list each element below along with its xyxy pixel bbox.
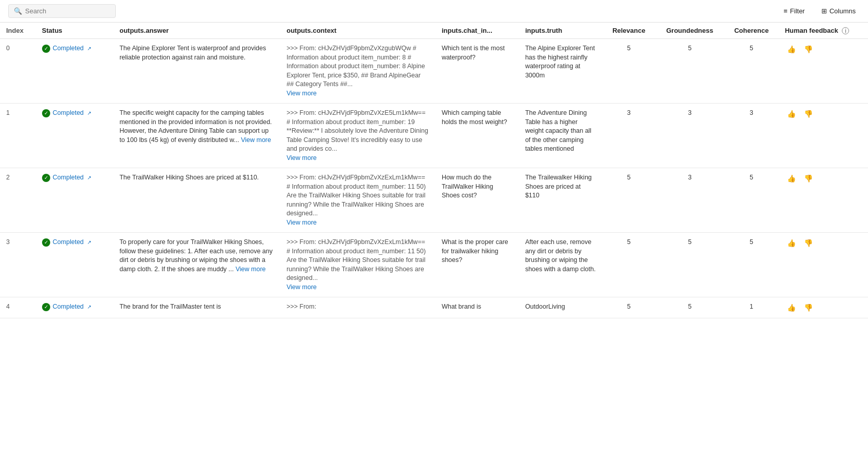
search-box[interactable]: 🔍	[8, 4, 116, 18]
top-bar: 🔍 ≡ Filter ⊞ Columns	[0, 0, 868, 23]
search-icon: 🔍	[14, 7, 22, 15]
cell-context: >>> From: cHJvZHVjdF9pbmZvXzExLm1kMw== #…	[280, 233, 436, 297]
cell-feedback: 👍 👎	[779, 297, 868, 318]
external-link-icon[interactable]: ↗	[87, 110, 91, 117]
cell-index: 2	[0, 168, 36, 233]
cell-groundedness: 5	[655, 297, 725, 318]
status-badge: ✓ Completed ↗	[42, 238, 91, 247]
thumbs-up-button[interactable]: 👍	[785, 238, 798, 248]
thumbs-down-button[interactable]: 👎	[802, 109, 815, 119]
check-icon: ✓	[42, 238, 50, 247]
col-header-coherence: Coherence	[724, 23, 778, 39]
columns-icon: ⊞	[821, 7, 827, 15]
cell-truth: The Alpine Explorer Tent has the highest…	[519, 39, 603, 104]
cell-chat-in: What brand is	[436, 297, 519, 318]
context-view-more[interactable]: View more	[286, 90, 317, 97]
status-badge: ✓ Completed ↗	[42, 109, 91, 118]
cell-context: >>> From:	[280, 297, 436, 318]
external-link-icon[interactable]: ↗	[87, 45, 91, 52]
table-row: 3 ✓ Completed ↗ To properly care for you…	[0, 233, 868, 297]
status-link[interactable]: Completed	[53, 109, 84, 118]
filter-button[interactable]: ≡ Filter	[779, 5, 809, 17]
cell-truth: The Adventure Dining Table has a higher …	[519, 104, 603, 168]
context-view-more[interactable]: View more	[286, 219, 317, 226]
thumbs-down-button[interactable]: 👎	[802, 238, 815, 248]
context-view-more[interactable]: View more	[286, 154, 317, 161]
status-badge: ✓ Completed ↗	[42, 44, 91, 53]
status-link[interactable]: Completed	[53, 302, 84, 312]
thumbs-up-button[interactable]: 👍	[785, 44, 798, 54]
top-actions: ≡ Filter ⊞ Columns	[779, 5, 860, 17]
thumbs-down-button[interactable]: 👎	[802, 44, 815, 54]
cell-status: ✓ Completed ↗	[36, 168, 113, 233]
answer-view-more[interactable]: View more	[241, 136, 271, 144]
filter-label: Filter	[790, 7, 805, 15]
col-header-feedback: Human feedback i	[779, 23, 868, 39]
cell-context: >>> From: cHJvZHVjdF9pbmZvXzgubWQw # Inf…	[280, 39, 436, 104]
cell-index: 1	[0, 104, 36, 168]
check-icon: ✓	[42, 109, 50, 117]
columns-button[interactable]: ⊞ Columns	[817, 5, 860, 17]
feedback-buttons: 👍 👎	[785, 44, 862, 54]
table-header-row: Index Status outputs.answer outputs.cont…	[0, 23, 868, 39]
status-link[interactable]: Completed	[53, 238, 84, 247]
cell-relevance: 3	[603, 104, 655, 168]
cell-coherence: 3	[724, 104, 778, 168]
cell-groundedness: 3	[655, 168, 725, 233]
col-header-status: Status	[36, 23, 113, 39]
cell-answer: The brand for the TrailMaster tent is	[113, 297, 280, 318]
cell-chat-in: How much do the TrailWalker Hiking Shoes…	[436, 168, 519, 233]
search-input[interactable]	[25, 7, 110, 15]
feedback-info-icon: i	[842, 27, 849, 34]
cell-groundedness: 5	[655, 233, 725, 297]
thumbs-up-button[interactable]: 👍	[785, 109, 798, 119]
external-link-icon[interactable]: ↗	[87, 174, 91, 181]
cell-truth: The Trailewalker Hiking Shoes are priced…	[519, 168, 603, 233]
cell-coherence: 5	[724, 233, 778, 297]
context-view-more[interactable]: View more	[286, 284, 317, 291]
thumbs-up-button[interactable]: 👍	[785, 173, 798, 184]
cell-index: 4	[0, 297, 36, 318]
check-icon: ✓	[42, 303, 50, 311]
context-text: >>> From: cHJvZHVjdF9pbmZvXzE5Lm1kMw== #…	[286, 109, 428, 152]
cell-status: ✓ Completed ↗	[36, 104, 113, 168]
col-header-index: Index	[0, 23, 36, 39]
filter-icon: ≡	[783, 7, 788, 15]
table-row: 1 ✓ Completed ↗ The specific weight capa…	[0, 104, 868, 168]
status-badge: ✓ Completed ↗	[42, 302, 91, 312]
cell-truth: After each use, remove any dirt or debri…	[519, 233, 603, 297]
table-row: 0 ✓ Completed ↗ The Alpine Explorer Tent…	[0, 39, 868, 104]
cell-index: 0	[0, 39, 36, 104]
col-header-groundedness: Groundedness	[655, 23, 725, 39]
cell-answer: The specific weight capacity for the cam…	[113, 104, 280, 168]
thumbs-down-button[interactable]: 👎	[802, 302, 815, 313]
cell-coherence: 5	[724, 39, 778, 104]
cell-groundedness: 3	[655, 104, 725, 168]
feedback-buttons: 👍 👎	[785, 302, 862, 313]
cell-chat-in: Which camping table holds the most weigh…	[436, 104, 519, 168]
col-header-chat-in: inputs.chat_in...	[436, 23, 519, 39]
status-link[interactable]: Completed	[53, 173, 84, 183]
context-text: >>> From: cHJvZHVjdF9pbmZvXzExLm1kMw== #…	[286, 174, 426, 217]
cell-index: 3	[0, 233, 36, 297]
answer-view-more[interactable]: View more	[236, 266, 266, 273]
cell-chat-in: Which tent is the most waterproof?	[436, 39, 519, 104]
context-text: >>> From: cHJvZHVjdF9pbmZvXzExLm1kMw== #…	[286, 238, 426, 281]
cell-coherence: 1	[724, 297, 778, 318]
cell-context: >>> From: cHJvZHVjdF9pbmZvXzExLm1kMw== #…	[280, 168, 436, 233]
cell-answer: To properly care for your TrailWalker Hi…	[113, 233, 280, 297]
table-row: 2 ✓ Completed ↗ The TrailWalker Hiking S…	[0, 168, 868, 233]
cell-answer: The Alpine Explorer Tent is waterproof a…	[113, 39, 280, 104]
external-link-icon[interactable]: ↗	[87, 239, 91, 246]
col-header-relevance: Relevance	[603, 23, 655, 39]
thumbs-up-button[interactable]: 👍	[785, 302, 798, 313]
feedback-buttons: 👍 👎	[785, 173, 862, 184]
feedback-buttons: 👍 👎	[785, 109, 862, 119]
status-link[interactable]: Completed	[53, 44, 84, 53]
cell-feedback: 👍 👎	[779, 39, 868, 104]
check-icon: ✓	[42, 174, 50, 182]
table-row: 4 ✓ Completed ↗ The brand for the TrailM…	[0, 297, 868, 318]
thumbs-down-button[interactable]: 👎	[802, 173, 815, 184]
col-header-truth: inputs.truth	[519, 23, 603, 39]
external-link-icon[interactable]: ↗	[87, 304, 91, 311]
